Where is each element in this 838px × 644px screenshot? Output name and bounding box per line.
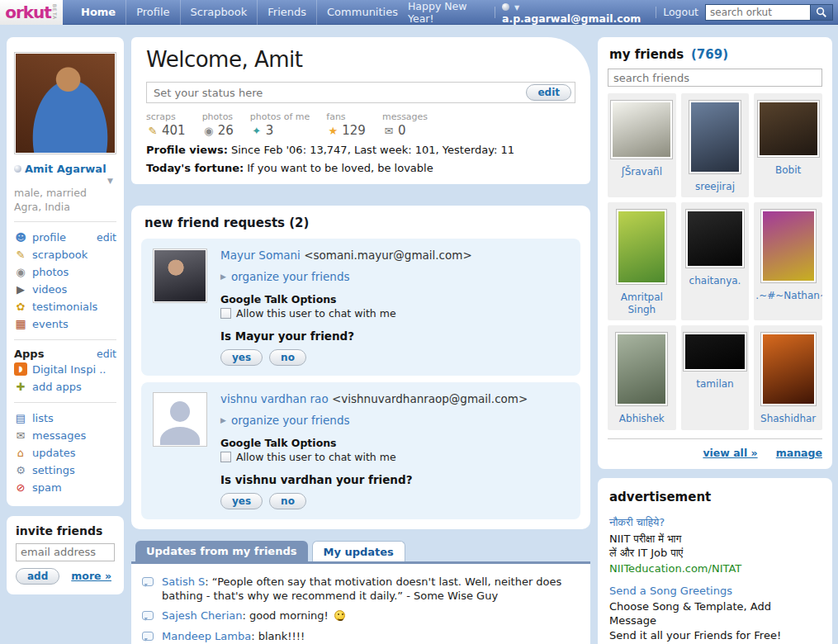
profile-name-link[interactable]: Amit Agarwal — [25, 163, 107, 175]
sidebar-link-settings[interactable]: settings — [32, 464, 75, 476]
update-link[interactable]: Sajesh Cherian — [162, 609, 242, 622]
friend-name-link[interactable]: sreejiraj — [683, 181, 748, 192]
friend-name-link[interactable]: Abhishek — [609, 413, 675, 424]
invite-add-button[interactable]: add — [16, 568, 59, 585]
stat-count[interactable]: 401 — [162, 123, 186, 138]
friend-photo[interactable] — [760, 332, 817, 406]
friend-cell: Bobit — [754, 93, 822, 197]
yes-button[interactable]: yes — [220, 493, 263, 509]
friend-name-link[interactable]: Amritpal Singh — [609, 291, 675, 315]
no-button[interactable]: no — [269, 493, 306, 509]
sidebar-link-videos[interactable]: videos — [32, 283, 67, 296]
nav-item-scrapbook[interactable]: Scrapbook — [180, 0, 258, 25]
friend-photo[interactable] — [683, 332, 747, 372]
stat-count[interactable]: 26 — [218, 123, 234, 138]
presence-control[interactable]: ▼ a.p.agarwal@gmail.com — [502, 0, 649, 25]
no-button[interactable]: no — [269, 349, 306, 366]
friend-photo[interactable] — [757, 100, 820, 158]
profile-edit-link[interactable]: edit — [97, 231, 116, 244]
sidebar-link-lists[interactable]: lists — [32, 412, 54, 424]
nav-item-profile[interactable]: Profile — [125, 0, 179, 25]
apps-edit-link[interactable]: edit — [97, 348, 116, 360]
friend-photo[interactable] — [615, 332, 668, 406]
orkut-logo[interactable]: orkut BETA — [0, 0, 63, 25]
sidebar-link-messages[interactable]: messages — [32, 429, 86, 442]
invite-email-input[interactable] — [16, 543, 115, 561]
invite-more-link[interactable]: more » — [71, 570, 111, 582]
sidebar-item-profile: ☻profileedit — [14, 229, 116, 246]
organize-friends-link[interactable]: organize your friends — [231, 414, 350, 427]
search-button[interactable] — [811, 4, 833, 21]
stat-count[interactable]: 129 — [342, 123, 366, 138]
ad-block: नौकरी चाहिये?NIIT परीक्षा में भागलें और … — [609, 516, 821, 575]
friend-photo[interactable] — [760, 209, 817, 283]
invite-friends-card: invite friends add more » — [7, 516, 124, 594]
updates-section: Updates from my friendsMy updates Satish… — [131, 541, 590, 644]
friends-footer: view all » manage — [608, 438, 822, 459]
manage-friends-link[interactable]: manage — [776, 447, 822, 459]
status-input[interactable] — [146, 82, 575, 103]
ad-url-link[interactable]: NIITeducation.com/NITAT — [609, 562, 821, 575]
nav-item-home[interactable]: Home — [71, 0, 125, 25]
requester-photo[interactable] — [153, 249, 207, 303]
sidebar-link-profile[interactable]: profile — [32, 231, 66, 244]
sidebar-link-app[interactable]: Digital Inspi .. — [32, 363, 106, 376]
ad-headline-link[interactable]: Send a Song Greetings — [609, 585, 821, 597]
friend-name-link[interactable]: chaitanya. — [683, 275, 748, 286]
organize-friends-link[interactable]: organize your friends — [231, 270, 350, 283]
requester-photo[interactable] — [153, 392, 207, 447]
requester-name-link[interactable]: Mayur Somani — [220, 249, 301, 262]
update-link[interactable]: Mandeep Lamba — [162, 630, 251, 642]
requester-name-row: vishnu vardhan rao <vishnuvardhanraop@gm… — [220, 392, 569, 405]
nav-right-cluster: Happy New Year! ▼ a.p.agarwal@gmail.com … — [408, 0, 838, 25]
ad-headline-link[interactable]: नौकरी चाहिये? — [609, 516, 821, 529]
friend-photo[interactable] — [685, 209, 745, 268]
status-edit-button[interactable]: edit — [526, 84, 571, 101]
allow-chat-checkbox[interactable] — [220, 308, 231, 319]
friends-grid: ʃŠravañlsreejirajBobitAmritpal Singhchai… — [608, 93, 822, 430]
friend-photo[interactable] — [610, 100, 673, 159]
allow-chat-row: Allow this user to chat with me — [220, 451, 569, 463]
allow-chat-checkbox[interactable] — [220, 452, 231, 462]
greeting-text: Happy New Year! — [408, 0, 488, 25]
yes-button[interactable]: yes — [220, 349, 263, 366]
nav-divider — [656, 7, 656, 18]
view-all-friends-link[interactable]: view all » — [703, 447, 757, 459]
sidebar-link-app[interactable]: add apps — [32, 381, 82, 393]
my-friends-title-row: my friends (769) — [608, 45, 822, 69]
friend-photo[interactable] — [689, 100, 741, 174]
logout-link[interactable]: Logout — [663, 6, 698, 18]
sidebar-link-updates[interactable]: updates — [32, 447, 76, 459]
friend-name-link[interactable]: tamilan — [683, 378, 748, 390]
friend-name-link[interactable]: Bobit — [755, 164, 821, 176]
stat-count[interactable]: 0 — [398, 123, 406, 138]
friend-name-link[interactable]: .~#~Nathan~# — [755, 290, 821, 301]
orkut-search-input[interactable] — [705, 4, 811, 21]
sidebar-link-spam[interactable]: spam — [32, 481, 62, 494]
stat-count[interactable]: 3 — [266, 123, 274, 138]
sidebar-link-events[interactable]: events — [32, 318, 69, 330]
sidebar-link-scrapbook[interactable]: scrapbook — [32, 249, 88, 261]
friend-cell: Abhishek — [608, 325, 676, 429]
left-sidebar: Amit Agarwal ▼ male, married Agra, India… — [7, 37, 124, 644]
friend-requests-list: Mayur Somani <somani.mayur@gmail.com>▶or… — [141, 239, 580, 519]
nav-item-communities[interactable]: Communities — [316, 0, 408, 25]
search-friends-input[interactable] — [608, 69, 822, 87]
requester-name-link[interactable]: vishnu vardhan rao — [220, 392, 329, 405]
update-link[interactable]: Satish S — [162, 575, 205, 588]
sidebar-link-photos[interactable]: photos — [32, 266, 69, 278]
profile-expand-control[interactable]: ▼ — [14, 175, 116, 185]
friend-photo[interactable] — [616, 209, 667, 285]
friend-name-link[interactable]: ʃŠravañl — [609, 166, 675, 178]
person-icon: ☻ — [14, 230, 27, 244]
friend-photo-image — [618, 211, 665, 282]
nav-item-friends[interactable]: Friends — [257, 0, 316, 25]
tab-my-updates[interactable]: My updates — [312, 541, 405, 561]
status-row: edit — [146, 82, 575, 103]
friend-request-row: vishnu vardhan rao <vishnuvardhanraop@gm… — [141, 382, 580, 519]
tab-updates-from-my-friends[interactable]: Updates from my friends — [135, 541, 308, 561]
sidebar-link-testimonials[interactable]: testimonials — [32, 301, 97, 313]
profile-photo[interactable] — [14, 52, 116, 154]
requester-photo-image — [154, 250, 206, 301]
friend-name-link[interactable]: Shashidhar — [755, 413, 821, 424]
